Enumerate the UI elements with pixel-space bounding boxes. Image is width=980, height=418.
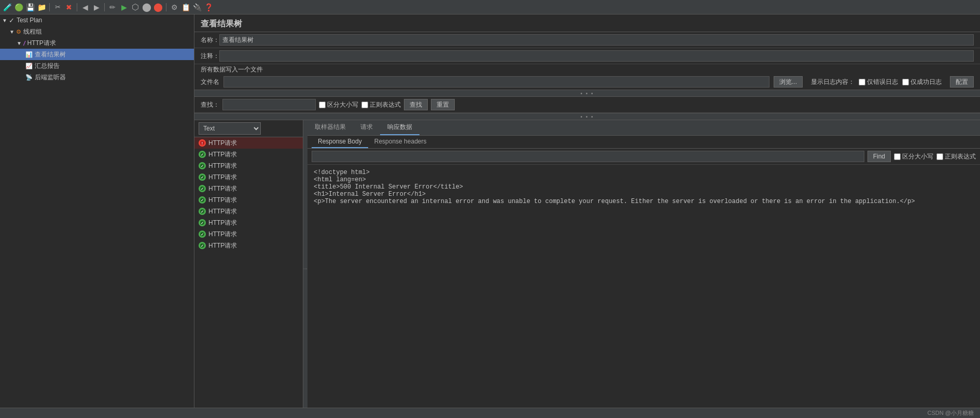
- shape3-icon[interactable]: ⬤: [153, 2, 163, 12]
- clipboard-icon[interactable]: 📋: [180, 2, 191, 12]
- success-log-checkbox-label[interactable]: 仅成功日志: [902, 78, 942, 87]
- search-input[interactable]: [222, 99, 316, 110]
- regex-detail-label[interactable]: 正则表达式: [936, 152, 976, 161]
- tree-item-viewresults[interactable]: 📊 查看结果树: [0, 49, 194, 60]
- main-tabs-row: 取样器结果 请求 响应数据: [307, 120, 980, 136]
- comment-input[interactable]: [219, 50, 974, 62]
- regex-label[interactable]: 正则表达式: [361, 100, 401, 109]
- tab-response[interactable]: 响应数据: [380, 120, 419, 135]
- delete-icon[interactable]: ✖: [64, 2, 74, 12]
- success-log-checkbox[interactable]: [902, 79, 909, 85]
- tree-item-summary[interactable]: 📈 汇总报告: [0, 60, 194, 71]
- all-data-label: 所有数据写入一个文件: [194, 64, 980, 75]
- tab-sampler[interactable]: 取样器结果: [307, 120, 353, 135]
- save-icon[interactable]: 💾: [25, 2, 35, 12]
- svg-text:✓: ✓: [201, 176, 204, 179]
- result-item-7[interactable]: ✓ HTTP请求: [194, 217, 303, 228]
- backend-label: 后端监听器: [35, 73, 66, 82]
- reset-button[interactable]: 重置: [431, 99, 455, 110]
- file-input[interactable]: [223, 76, 769, 88]
- result-item-4[interactable]: ✓ HTTP请求: [194, 183, 303, 194]
- svg-text:!: !: [202, 141, 203, 145]
- result-label-8: HTTP请求: [208, 230, 237, 239]
- tab-request[interactable]: 请求: [353, 120, 380, 135]
- pencil-icon[interactable]: ✏: [107, 2, 118, 12]
- status-bar: CSDN @小月糖糖: [0, 408, 980, 418]
- svg-text:✓: ✓: [201, 210, 204, 213]
- run-icon[interactable]: ▶: [119, 2, 129, 12]
- arrow-threadgroup: ▼: [9, 29, 15, 35]
- help-icon[interactable]: ❓: [203, 2, 214, 12]
- arrow-httprequest: ▼: [17, 40, 22, 46]
- save-as-icon[interactable]: 📁: [36, 2, 47, 12]
- shape1-icon[interactable]: ⬡: [130, 2, 141, 12]
- collapse-handle-2[interactable]: • • •: [194, 113, 980, 120]
- format-select[interactable]: Text RegExp Tester CSS/JQuery Tester XPa…: [199, 122, 261, 135]
- response-body: <!doctype html> <html lang=en> <title>50…: [307, 165, 980, 418]
- name-row: 名称：: [194, 32, 980, 48]
- find-button[interactable]: 查找: [404, 99, 428, 110]
- undo-icon[interactable]: ◀: [80, 2, 90, 12]
- settings-icon[interactable]: ⚙: [169, 2, 179, 12]
- vertical-handle[interactable]: ⋮: [303, 120, 307, 418]
- subtab-body[interactable]: Response Body: [312, 136, 368, 148]
- svg-text:✓: ✓: [201, 153, 204, 156]
- collapse-handle-1[interactable]: • • •: [194, 90, 980, 97]
- results-list: ! HTTP请求 ✓ HTTP请求: [194, 137, 303, 418]
- testplan-label: Test Plan: [17, 17, 42, 24]
- detail-panel: 取样器结果 请求 响应数据 Response Body Response hea…: [307, 120, 980, 418]
- redo-icon[interactable]: ▶: [91, 2, 102, 12]
- result-label-1: HTTP请求: [208, 150, 237, 159]
- status-success-icon-7: ✓: [199, 219, 206, 226]
- regex-detail-checkbox[interactable]: [936, 153, 943, 160]
- cut-icon[interactable]: ✂: [52, 2, 63, 12]
- result-label-9: HTTP请求: [208, 241, 237, 250]
- result-label-5: HTTP请求: [208, 196, 237, 205]
- svg-text:✓: ✓: [201, 198, 204, 202]
- new-icon[interactable]: 🧪: [2, 2, 12, 12]
- name-input[interactable]: [219, 34, 974, 46]
- case-sensitive-detail-checkbox[interactable]: [894, 153, 901, 160]
- tree-item-backend[interactable]: 📡 后端监听器: [0, 71, 194, 83]
- summary-label: 汇总报告: [35, 62, 60, 70]
- subtab-headers[interactable]: Response headers: [368, 136, 433, 148]
- threadgroup-label: 线程组: [23, 27, 42, 36]
- status-success-icon-2: ✓: [199, 162, 206, 169]
- status-error-icon: !: [199, 139, 206, 147]
- regex-checkbox[interactable]: [361, 102, 368, 108]
- result-item-5[interactable]: ✓ HTTP请求: [194, 194, 303, 206]
- detail-search-input[interactable]: [312, 151, 864, 162]
- tree-area: ▼ ✓ Test Plan ▼ ⚙ 线程组 ▼ / HTTP请求 📊 查看结果树: [0, 15, 194, 418]
- case-sensitive-detail-label[interactable]: 区分大小写: [894, 152, 933, 161]
- shape2-icon[interactable]: ⬤: [142, 2, 152, 12]
- open-icon[interactable]: 🟢: [13, 2, 24, 12]
- case-sensitive-checkbox[interactable]: [319, 102, 326, 108]
- search-label: 查找：: [201, 100, 219, 109]
- case-sensitive-label[interactable]: 区分大小写: [319, 100, 358, 109]
- viewresults-label: 查看结果树: [35, 50, 66, 59]
- result-item-2[interactable]: ✓ HTTP请求: [194, 160, 303, 171]
- detail-search-row: Find 区分大小写 正则表达式: [307, 149, 980, 165]
- find-detail-button[interactable]: Find: [867, 151, 891, 162]
- viewresults-icon: 📊: [25, 51, 33, 58]
- tree-item-threadgroup[interactable]: ▼ ⚙ 线程组: [0, 26, 194, 37]
- plugin-icon[interactable]: 🔌: [192, 2, 202, 12]
- sidebar: ▼ ✓ Test Plan ▼ ⚙ 线程组 ▼ / HTTP请求 📊 查看结果树: [0, 15, 194, 418]
- result-item-0[interactable]: ! HTTP请求: [194, 137, 303, 149]
- status-success-icon-1: ✓: [199, 151, 206, 158]
- tree-item-httprequest[interactable]: ▼ / HTTP请求: [0, 37, 194, 49]
- tree-item-testplan[interactable]: ▼ ✓ Test Plan: [0, 15, 194, 26]
- result-item-3[interactable]: ✓ HTTP请求: [194, 171, 303, 183]
- result-item-9[interactable]: ✓ HTTP请求: [194, 240, 303, 251]
- result-item-6[interactable]: ✓ HTTP请求: [194, 206, 303, 217]
- result-item-8[interactable]: ✓ HTTP请求: [194, 228, 303, 240]
- result-item-1[interactable]: ✓ HTTP请求: [194, 149, 303, 160]
- browse-button[interactable]: 浏览...: [774, 76, 803, 88]
- error-log-checkbox[interactable]: [859, 79, 865, 85]
- display-log-label: 显示日志内容：: [811, 78, 855, 87]
- config-button[interactable]: 配置: [950, 76, 974, 88]
- error-log-checkbox-label[interactable]: 仅错误日志: [859, 78, 898, 87]
- status-success-icon-4: ✓: [199, 185, 206, 192]
- sub-tabs-row: Response Body Response headers: [307, 136, 980, 149]
- file-row: 文件名 浏览... 显示日志内容： 仅错误日志 仅成功日志 配置: [194, 75, 980, 90]
